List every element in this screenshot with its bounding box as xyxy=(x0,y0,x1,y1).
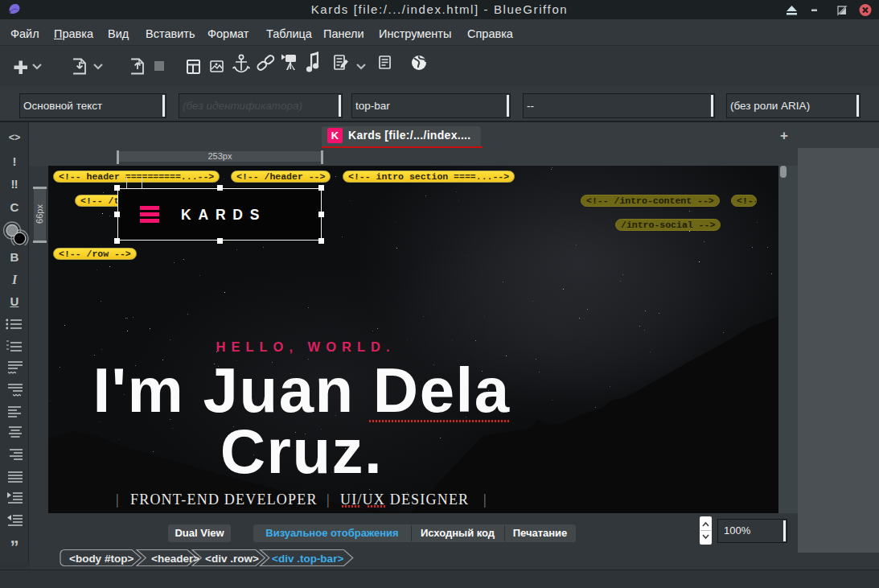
svg-text:<body #top>: <body #top> xyxy=(69,553,133,565)
svg-text:<div .top-bar>: <div .top-bar> xyxy=(272,553,343,565)
svg-text:<header>: <header> xyxy=(151,553,199,565)
svg-text:<div .row>: <div .row> xyxy=(205,553,259,565)
